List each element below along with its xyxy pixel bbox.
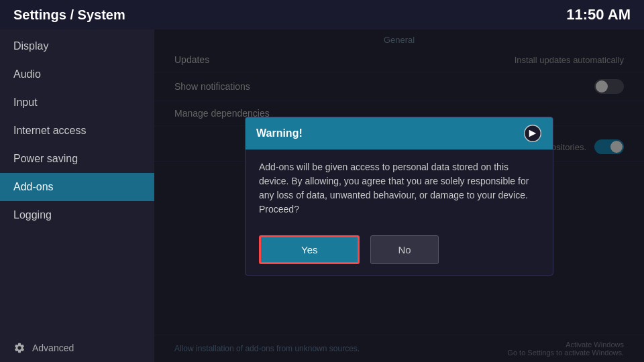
sidebar: Display Audio Input Internet access Powe… — [0, 29, 154, 362]
dialog-buttons: Yes No — [246, 227, 553, 275]
dialog-body: Add-ons will be given access to personal… — [246, 149, 553, 227]
sidebar-item-input[interactable]: Input — [0, 88, 154, 117]
sidebar-item-add-ons[interactable]: Add-ons — [0, 173, 154, 201]
sidebar-footer-advanced[interactable]: Advanced — [0, 334, 154, 362]
header: Settings / System 11:50 AM — [0, 0, 644, 29]
sidebar-item-logging[interactable]: Logging — [0, 201, 154, 229]
dialog-header: Warning! — [246, 117, 553, 149]
sidebar-item-internet-access[interactable]: Internet access — [0, 117, 154, 145]
clock: 11:50 AM — [566, 6, 631, 23]
main-layout: Display Audio Input Internet access Powe… — [0, 29, 644, 362]
dialog-title: Warning! — [256, 127, 303, 139]
sidebar-item-power-saving[interactable]: Power saving — [0, 145, 154, 173]
gear-icon — [13, 342, 25, 354]
no-button[interactable]: No — [370, 235, 438, 264]
kodi-icon — [523, 124, 542, 143]
page-title: Settings / System — [13, 7, 125, 23]
advanced-label: Advanced — [32, 343, 74, 353]
sidebar-item-audio[interactable]: Audio — [0, 60, 154, 88]
dialog-overlay: Warning! Add-ons will be given access to… — [154, 29, 644, 362]
yes-button[interactable]: Yes — [259, 235, 360, 264]
warning-dialog: Warning! Add-ons will be given access to… — [245, 117, 553, 276]
sidebar-item-display[interactable]: Display — [0, 32, 154, 60]
content-area: General Updates Install updates automati… — [154, 29, 644, 362]
